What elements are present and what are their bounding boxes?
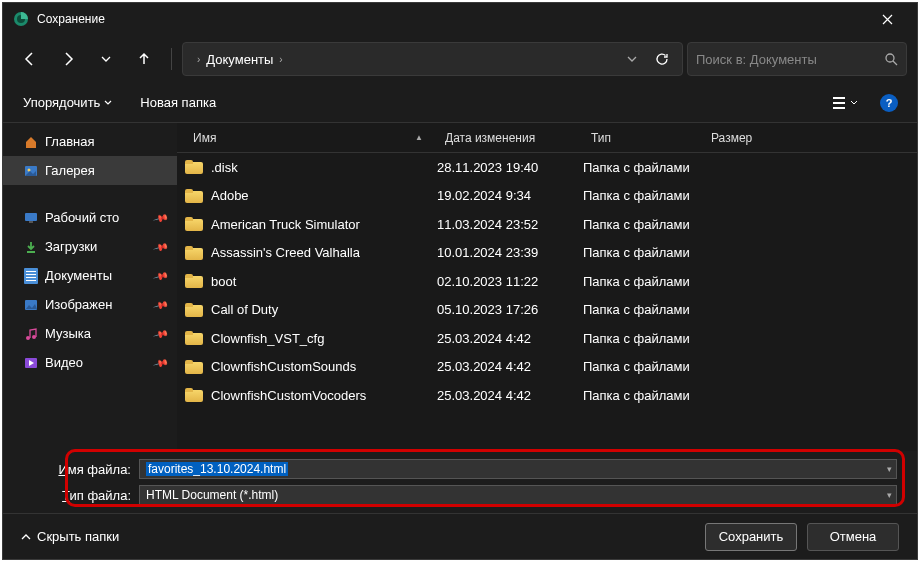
folder-icon [185,217,203,231]
file-type: Папка с файлами [583,388,703,403]
folder-icon [185,189,203,203]
sidebar-item-pictures[interactable]: Изображен 📌 [3,290,177,319]
sidebar-item-videos[interactable]: Видео 📌 [3,348,177,377]
file-name: ClownfishCustomVocoders [211,388,366,403]
svg-point-2 [886,54,894,62]
file-list: Имя▲ Дата изменения Тип Размер .disk 28.… [177,123,917,451]
folder-icon [185,160,203,174]
footer: Скрыть папки Сохранить Отмена [3,513,917,559]
col-name[interactable]: Имя▲ [185,131,437,145]
window-title: Сохранение [37,12,867,26]
new-folder-button[interactable]: Новая папка [132,91,224,114]
folder-icon [185,360,203,374]
crumb-documents[interactable]: Документы [206,52,273,67]
sidebar-item-music[interactable]: Музыка 📌 [3,319,177,348]
folder-icon [185,274,203,288]
file-type: Папка с файлами [583,217,703,232]
app-icon [13,11,29,27]
column-headers: Имя▲ Дата изменения Тип Размер [177,123,917,153]
file-type: Папка с файлами [583,160,703,175]
sidebar: Главная Галерея Рабочий сто 📌 Загрузки 📌… [3,123,177,451]
file-type: Папка с файлами [583,188,703,203]
refresh-button[interactable] [650,47,674,71]
table-row[interactable]: ClownfishCustomVocoders 25.03.2024 4:42 … [177,381,917,410]
save-form: Имя файла: favorites_13.10.2024.html ▾ Т… [3,451,917,513]
file-date: 25.03.2024 4:42 [437,388,583,403]
svg-rect-8 [25,213,37,221]
table-row[interactable]: Assassin's Creed Valhalla 10.01.2024 23:… [177,239,917,268]
file-type: Папка с файлами [583,245,703,260]
table-row[interactable]: American Truck Simulator 11.03.2024 23:5… [177,210,917,239]
pin-icon: 📌 [153,355,169,371]
downloads-icon [23,239,39,255]
search-input[interactable] [696,52,884,67]
cancel-button[interactable]: Отмена [807,523,899,551]
col-type[interactable]: Тип [583,131,703,145]
file-name: .disk [211,160,238,175]
sidebar-item-documents[interactable]: Документы 📌 [3,261,177,290]
pin-icon: 📌 [153,297,169,313]
back-button[interactable] [13,42,47,76]
table-row[interactable]: boot 02.10.2023 11:22 Папка с файлами [177,267,917,296]
close-button[interactable] [867,3,907,35]
table-row[interactable]: .disk 28.11.2023 19:40 Папка с файлами [177,153,917,182]
file-name: boot [211,274,236,289]
navbar: › Документы › [3,35,917,83]
gallery-icon [23,163,39,179]
chevron-down-icon[interactable]: ▾ [887,490,892,500]
address-bar[interactable]: › Документы › [182,42,683,76]
sidebar-item-home[interactable]: Главная [3,127,177,156]
up-button[interactable] [127,42,161,76]
folder-icon [185,303,203,317]
home-icon [23,134,39,150]
organize-button[interactable]: Упорядочить [15,91,120,114]
sidebar-item-downloads[interactable]: Загрузки 📌 [3,232,177,261]
folder-icon [185,246,203,260]
chevron-up-icon [21,532,31,542]
videos-icon [23,355,39,371]
col-size[interactable]: Размер [703,131,803,145]
table-row[interactable]: Adobe 19.02.2024 9:34 Папка с файлами [177,182,917,211]
pin-icon: 📌 [153,239,169,255]
chevron-down-icon[interactable]: ▾ [887,464,892,474]
chevron-right-icon: › [279,54,282,65]
recent-chevron[interactable] [89,42,123,76]
chevron-right-icon: › [197,54,200,65]
help-icon: ? [880,94,898,112]
filetype-select[interactable]: HTML Document (*.html) ▾ [139,485,897,505]
table-row[interactable]: Call of Duty 05.10.2023 17:26 Папка с фа… [177,296,917,325]
col-date[interactable]: Дата изменения [437,131,583,145]
file-date: 02.10.2023 11:22 [437,274,583,289]
titlebar: Сохранение [3,3,917,35]
file-name: ClownfishCustomSounds [211,359,356,374]
svg-rect-3 [833,97,845,99]
help-button[interactable]: ? [873,87,905,119]
forward-button[interactable] [51,42,85,76]
sort-indicator-icon: ▲ [415,133,423,142]
search-bar[interactable] [687,42,907,76]
address-dropdown[interactable] [620,47,644,71]
file-date: 11.03.2024 23:52 [437,217,583,232]
file-type: Папка с файлами [583,331,703,346]
folder-icon [185,331,203,345]
pin-icon: 📌 [153,326,169,342]
filename-label: Имя файла: [23,462,131,477]
svg-rect-4 [833,102,845,104]
filename-input[interactable]: favorites_13.10.2024.html ▾ [139,459,897,479]
save-button[interactable]: Сохранить [705,523,797,551]
file-date: 25.03.2024 4:42 [437,359,583,374]
table-row[interactable]: Clownfish_VST_cfg 25.03.2024 4:42 Папка … [177,324,917,353]
view-options-button[interactable] [829,87,861,119]
file-type: Папка с файлами [583,359,703,374]
table-row[interactable]: ClownfishCustomSounds 25.03.2024 4:42 Па… [177,353,917,382]
sidebar-item-desktop[interactable]: Рабочий сто 📌 [3,203,177,232]
hide-folders-button[interactable]: Скрыть папки [21,529,119,544]
sidebar-item-gallery[interactable]: Галерея [3,156,177,185]
svg-rect-9 [29,221,33,223]
filetype-label: Тип файла: [23,488,131,503]
file-date: 19.02.2024 9:34 [437,188,583,203]
file-name: American Truck Simulator [211,217,360,232]
file-name: Assassin's Creed Valhalla [211,245,360,260]
file-date: 05.10.2023 17:26 [437,302,583,317]
documents-icon [23,268,39,284]
